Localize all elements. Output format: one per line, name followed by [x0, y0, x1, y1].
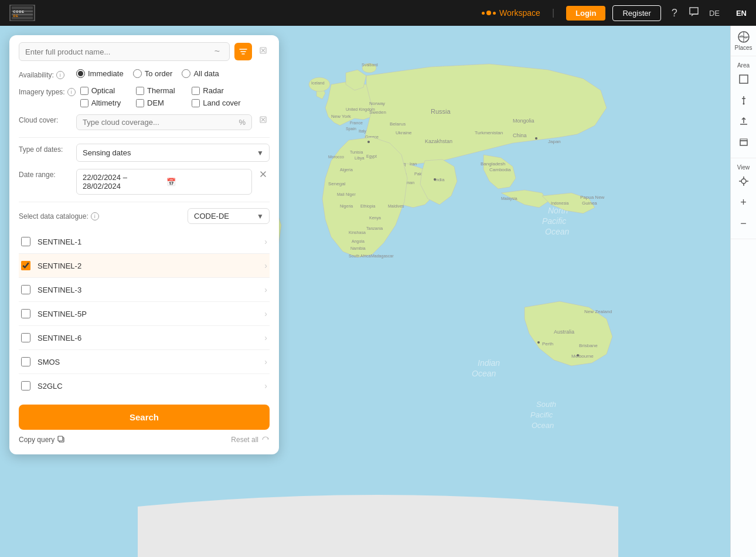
area-rectangle-button[interactable] — [733, 69, 754, 90]
availability-all-data[interactable]: All data — [182, 69, 219, 78]
cloud-cover-input[interactable] — [83, 118, 239, 127]
catalogue-select[interactable]: CODE-DE COPERNICUS ESA — [188, 208, 270, 224]
sentinel-1-item[interactable]: SENTINEL-1 › — [19, 230, 270, 254]
imagery-radar[interactable]: Radar — [192, 86, 240, 95]
smos-name: SMOS — [38, 358, 264, 366]
header: CODE DE Workspace | Login Register ? DE … — [0, 0, 756, 26]
svg-point-89 — [577, 354, 579, 356]
svg-text:Iceland: Iceland — [311, 81, 325, 85]
clear-search-button[interactable] — [257, 45, 270, 58]
svg-point-92 — [743, 103, 744, 105]
svg-text:South Africa: South Africa — [349, 254, 371, 258]
availability-options: Immediate To order All data — [76, 69, 219, 78]
lang-en-button[interactable]: EN — [736, 9, 747, 18]
workspace-link[interactable]: Workspace — [482, 8, 540, 18]
sentinel-3-checkbox[interactable] — [21, 285, 30, 294]
help-icon[interactable]: ? — [672, 7, 677, 19]
filter-button[interactable] — [234, 43, 252, 60]
reset-all-button[interactable]: Reset all — [231, 436, 270, 444]
imagery-info-icon[interactable]: i — [67, 88, 76, 96]
s2glc-item[interactable]: S2GLC › — [19, 374, 270, 398]
area-pin-button[interactable] — [733, 90, 754, 111]
svg-text:Niger: Niger — [346, 192, 356, 197]
date-range-wrapper[interactable]: 22/02/2024 – 28/02/2024 📅 — [76, 169, 252, 195]
sidebar-panel: ~ Availability: i Immediate — [9, 35, 279, 454]
type-of-dates-select[interactable]: Sensing dates Publication dates — [76, 144, 270, 162]
svg-text:Perth: Perth — [542, 341, 553, 347]
main-layout: Arctic Ocean Arctic Oce North Atlantic O… — [0, 26, 756, 557]
places-button[interactable]: Places — [731, 26, 756, 56]
imagery-thermal[interactable]: Thermal — [136, 86, 185, 95]
availability-immediate[interactable]: Immediate — [76, 69, 124, 78]
area-upload-button[interactable] — [733, 111, 754, 132]
imagery-altimetry[interactable]: Altimetry — [80, 99, 129, 107]
reset-icon — [261, 436, 270, 444]
svg-text:DE: DE — [13, 14, 19, 18]
cloud-cover-wrapper[interactable]: % — [76, 114, 252, 130]
availability-to-order[interactable]: To order — [133, 69, 173, 78]
smos-item[interactable]: SMOS › — [19, 350, 270, 374]
product-search-wrapper[interactable]: ~ — [19, 42, 230, 61]
chat-icon[interactable] — [688, 6, 700, 21]
svg-text:Maldives: Maldives — [388, 204, 404, 208]
sentinel-2-arrow[interactable]: › — [264, 261, 267, 270]
sentinel-1-checkbox[interactable] — [21, 237, 30, 246]
sentinel-3-arrow[interactable]: › — [264, 285, 267, 294]
map-right-controls: Places Area View — [730, 26, 756, 557]
availability-info-icon[interactable]: i — [56, 71, 64, 79]
catalogue-header: Select data catalogue: i CODE-DE COPERNI… — [19, 208, 270, 224]
svg-text:Turkmenistan: Turkmenistan — [475, 130, 503, 135]
svg-rect-91 — [740, 75, 748, 83]
svg-text:South: South — [536, 400, 556, 409]
type-of-dates-select-wrapper[interactable]: Sensing dates Publication dates ▼ — [76, 144, 270, 162]
svg-text:New York: New York — [331, 114, 352, 119]
imagery-dem[interactable]: DEM — [136, 99, 185, 107]
search-button[interactable]: Search — [19, 405, 270, 430]
sentinel-6-arrow[interactable]: › — [264, 333, 267, 342]
sentinel-5p-item[interactable]: SENTINEL-5P › — [19, 302, 270, 326]
lang-de-button[interactable]: DE — [709, 9, 720, 18]
zoom-in-button[interactable]: + — [733, 192, 754, 213]
logo[interactable]: CODE DE — [9, 5, 35, 21]
recenter-button[interactable] — [733, 171, 754, 192]
smos-checkbox[interactable] — [21, 357, 30, 366]
svg-text:Madagascar: Madagascar — [371, 254, 394, 259]
svg-text:Malaysia: Malaysia — [501, 196, 517, 201]
catalogue-info-icon[interactable]: i — [91, 212, 99, 220]
copy-query-button[interactable]: Copy query — [19, 436, 66, 444]
svg-text:Guinea: Guinea — [582, 201, 597, 206]
register-button[interactable]: Register — [612, 5, 660, 21]
svg-text:Cambodia: Cambodia — [489, 167, 511, 172]
clear-date-button[interactable] — [257, 169, 270, 182]
sentinel-6-checkbox[interactable] — [21, 333, 30, 342]
calendar-icon[interactable]: 📅 — [166, 178, 246, 186]
product-search-input[interactable] — [25, 47, 214, 56]
zoom-out-button[interactable]: − — [733, 213, 754, 234]
sentinel-3-item[interactable]: SENTINEL-3 › — [19, 278, 270, 302]
area-layer-button[interactable] — [733, 132, 754, 153]
imagery-land-cover[interactable]: Land cover — [192, 99, 240, 107]
svg-text:Ukraine: Ukraine — [396, 130, 412, 135]
percent-sign: % — [239, 118, 246, 127]
sentinel-1-arrow[interactable]: › — [264, 237, 267, 246]
sentinel-5p-checkbox[interactable] — [21, 309, 30, 318]
type-of-dates-row: Type of dates: Sensing dates Publication… — [19, 144, 270, 162]
catalogue-select-wrapper[interactable]: CODE-DE COPERNICUS ESA ▼ — [188, 208, 270, 224]
svg-text:Nigeria: Nigeria — [340, 204, 353, 209]
svg-text:Ocean: Ocean — [472, 369, 496, 378]
login-button[interactable]: Login — [566, 6, 605, 21]
clear-cloud-button[interactable] — [257, 114, 270, 127]
s2glc-checkbox[interactable] — [21, 381, 30, 390]
sentinel-5p-arrow[interactable]: › — [264, 309, 267, 318]
view-label: View — [737, 164, 750, 171]
s2glc-arrow[interactable]: › — [264, 381, 267, 390]
type-of-dates-label: Type of dates: — [19, 144, 71, 154]
svg-text:Libya: Libya — [355, 156, 365, 161]
workspace-label: Workspace — [499, 8, 540, 18]
sentinel-6-item[interactable]: SENTINEL-6 › — [19, 326, 270, 350]
svg-point-95 — [741, 179, 746, 184]
sentinel-2-item[interactable]: SENTINEL-2 › — [19, 254, 270, 278]
smos-arrow[interactable]: › — [264, 357, 267, 366]
sentinel-2-checkbox[interactable] — [21, 261, 30, 270]
imagery-optical[interactable]: Optical — [80, 86, 129, 95]
